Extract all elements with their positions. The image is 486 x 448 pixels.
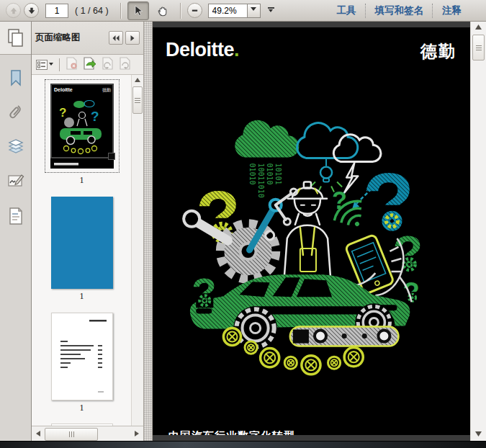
options-list-icon: [36, 60, 48, 70]
page-count-label: ( 1 / 64 ): [75, 6, 109, 16]
scroll-down-button[interactable]: [471, 431, 486, 436]
cover-header: Deloitte. 德勤: [153, 27, 471, 63]
thumbnail-page-3[interactable]: [51, 313, 113, 400]
panel-splitter[interactable]: [144, 22, 153, 441]
deloitte-chinese-name: 德勤: [420, 40, 456, 63]
scroll-up-button[interactable]: [132, 75, 143, 85]
main-toolbar: ( 1 / 64 ) 工具 填写和签名: [0, 0, 486, 22]
rotate-right-button[interactable]: [119, 57, 131, 73]
hscroll-track[interactable]: [43, 428, 132, 440]
rotate-cw-icon: [119, 57, 131, 70]
delete-pages-button[interactable]: [66, 57, 78, 73]
rotate-left-button[interactable]: [102, 57, 114, 73]
collapse-panel-button[interactable]: [109, 31, 123, 45]
right-menu: 工具 填写和签名 注释: [328, 4, 481, 18]
deloitte-logo: Deloitte.: [166, 39, 239, 61]
fill-sign-menu-button[interactable]: 填写和签名: [366, 4, 433, 17]
toolbar-overflow-button[interactable]: [268, 7, 274, 14]
grip-line: [135, 100, 140, 101]
thumbnails-toolbar: [32, 55, 143, 75]
thumbnail-options-button[interactable]: [36, 60, 53, 70]
chevron-right-icon: [130, 35, 135, 41]
hand-tool-button[interactable]: [152, 1, 174, 20]
thumbnail-list: Deloitte 德勤 ? ?: [32, 75, 143, 426]
page-thumbnails-panel-button[interactable]: [0, 22, 31, 55]
chevron-down-icon: [269, 9, 273, 14]
window-bottom-edge: [0, 441, 486, 448]
scroll-right-button[interactable]: [132, 429, 142, 439]
conveyor-track: [290, 326, 399, 346]
arrow-down-icon: [27, 6, 36, 15]
grip-line: [476, 50, 482, 50]
extract-pages-button[interactable]: [83, 57, 96, 73]
chevron-down-icon: [49, 63, 53, 68]
grip-line: [71, 431, 72, 437]
signature-pen-icon: [7, 174, 24, 189]
panel-title: 页面缩略图: [35, 32, 107, 44]
thumbnail-label: 1: [80, 291, 84, 302]
zoom-level-input[interactable]: [208, 4, 247, 18]
thumbnail-page-2[interactable]: [51, 197, 113, 289]
rotate-ccw-icon: [102, 57, 114, 70]
thumbnail-page-4[interactable]: [51, 424, 113, 426]
pdf-page-cover[interactable]: Deloitte. 德勤: [153, 27, 471, 435]
scroll-up-button[interactable]: [471, 24, 486, 30]
cloud-binary-green: 01010 10011010 01010 10101: [235, 120, 299, 198]
view-resize-handle[interactable]: [108, 153, 115, 160]
bookmarks-panel-button[interactable]: [4, 66, 27, 89]
layers-icon: [7, 139, 24, 155]
tools-menu-button[interactable]: 工具: [328, 4, 365, 17]
panel-header: 页面缩略图: [32, 22, 143, 55]
zoom-out-button[interactable]: [187, 3, 202, 18]
navigation-icon-strip: [0, 22, 32, 441]
triangle-up-icon: [475, 24, 482, 30]
scrollbar-thumb[interactable]: [132, 86, 143, 114]
expand-panel-button[interactable]: [125, 31, 140, 45]
window-body: 页面缩略图: [0, 22, 486, 441]
grip-line: [135, 98, 140, 99]
hscrollbar-thumb[interactable]: [45, 428, 98, 441]
grip-line: [69, 431, 70, 437]
delete-page-icon: [66, 57, 78, 70]
page-number-input[interactable]: [45, 4, 68, 18]
svg-text:01010: 01010: [248, 163, 256, 184]
double-chevron-left-icon: [112, 35, 120, 41]
factory-worker: [284, 182, 330, 278]
svg-text:10101: 10101: [274, 163, 282, 184]
thumbnail-page-1[interactable]: Deloitte 德勤 ? ?: [45, 79, 120, 173]
grip-line: [73, 431, 74, 437]
thumbnail-scrollbar[interactable]: [131, 75, 143, 426]
notes-panel-button[interactable]: [4, 205, 27, 228]
zoom-control: [208, 4, 261, 18]
layers-panel-button[interactable]: [4, 135, 27, 158]
minus-icon: [191, 6, 199, 14]
pages-icon: [6, 28, 25, 48]
triangle-down-icon: [475, 431, 482, 436]
arrow-up-icon: [9, 6, 18, 15]
document-scrollbar[interactable]: [470, 22, 486, 441]
grip-line: [476, 45, 482, 46]
overflow-bar-icon: [268, 7, 274, 9]
grip-line: [135, 102, 140, 103]
thumbnail-hscrollbar[interactable]: [32, 426, 143, 441]
extract-page-icon: [83, 57, 96, 70]
scroll-left-button[interactable]: [33, 429, 43, 439]
triangle-up-icon: [135, 78, 140, 82]
toolbar-separator: [120, 3, 121, 19]
chevron-down-icon: [251, 7, 256, 14]
triangle-left-icon: [36, 431, 40, 436]
toolbar-separator: [59, 58, 60, 71]
mini-toc-art: [52, 313, 112, 400]
hand-icon: [156, 4, 168, 17]
page-view-indicator[interactable]: [50, 84, 114, 158]
zoom-dropdown-button[interactable]: [247, 4, 261, 18]
scrollbar-thumb[interactable]: [472, 35, 485, 61]
document-notes-icon: [8, 207, 24, 225]
attachments-panel-button[interactable]: [4, 101, 27, 124]
comment-menu-button[interactable]: 注释: [433, 4, 470, 17]
previous-page-button[interactable]: [6, 3, 21, 18]
thumbnail-label: 1: [80, 403, 84, 413]
select-tool-button[interactable]: [127, 1, 149, 20]
signatures-panel-button[interactable]: [4, 170, 27, 193]
next-page-button[interactable]: [24, 3, 39, 18]
